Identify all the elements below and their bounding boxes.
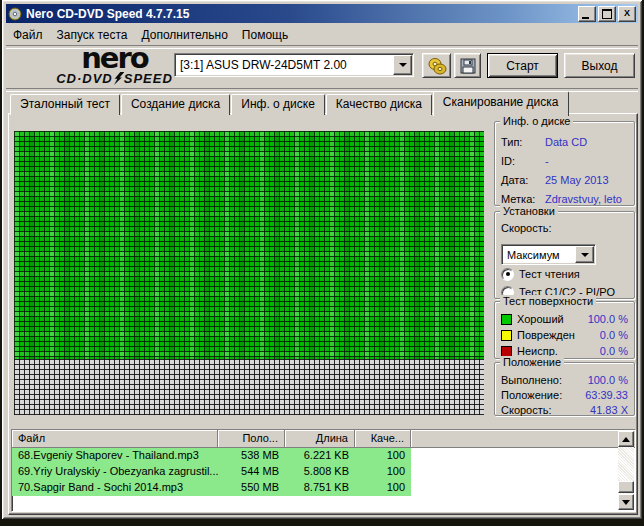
cell-file: 68.Evgeniy Shaporev - Thailand.mp3	[12, 448, 218, 464]
surface-good-row: Хороший 100.0 %	[501, 311, 628, 327]
settings-title: Установки	[500, 205, 558, 217]
nero-brand-text: nero	[32, 45, 197, 71]
settings-group: Установки Скорость: Максимум Тест чтения…	[494, 211, 635, 299]
speed-selector[interactable]: Максимум	[501, 244, 596, 265]
drive-selector-value: [3:1] ASUS DRW-24D5MT 2.00	[175, 58, 392, 72]
damaged-color-swatch	[501, 330, 512, 341]
menu-help[interactable]: Помощь	[235, 26, 295, 44]
screenshot-root: { "window": { "title": "Nero CD-DVD Spee…	[0, 0, 644, 526]
table-row[interactable]: 69.Yriy Uralyskiy - Obezyanka zagrustil.…	[12, 464, 635, 480]
speed-selector-value: Максимум	[502, 249, 574, 261]
good-value: 100.0 %	[588, 313, 628, 325]
unreadable-value: 0.0 %	[600, 345, 628, 357]
read-test-option[interactable]: Тест чтения	[501, 266, 628, 282]
disc-date-value: 25 May 2013	[545, 174, 609, 186]
disc-info-row-type: Тип: Data CD	[501, 132, 628, 151]
minimize-icon	[582, 17, 589, 19]
disc-info-title: Инф. о диске	[500, 115, 573, 127]
scrollbar-thumb[interactable]	[618, 481, 634, 493]
tab-scan-disc[interactable]: Сканирование диска	[433, 91, 569, 116]
position-value: 63:39.33	[585, 389, 628, 401]
menu-extra[interactable]: Дополнительно	[134, 26, 234, 44]
drive-selector-dropdown-button[interactable]	[393, 55, 412, 75]
scroll-up-button[interactable]	[618, 431, 634, 447]
speed-dropdown-button[interactable]	[575, 246, 594, 263]
cell-length: 5.808 KB	[285, 464, 355, 480]
disc-info-row-id: ID: -	[501, 151, 628, 170]
eject-button[interactable]	[422, 53, 451, 78]
save-icon	[460, 58, 476, 74]
position-title: Положение	[500, 356, 564, 368]
logo-cddvd-text: CD·DVD	[56, 71, 113, 86]
position-row: Положение: 63:39.33	[501, 387, 628, 402]
tab-benchmark[interactable]: Эталонный тест	[10, 94, 120, 115]
tab-disc-quality[interactable]: Качество диска	[326, 94, 432, 115]
position-label: Положение:	[501, 389, 562, 401]
column-header-filler	[411, 430, 635, 448]
read-test-label: Тест чтения	[519, 268, 580, 280]
column-header-quality[interactable]: Каче...	[355, 430, 411, 448]
window-title: Nero CD-DVD Speed 4.7.7.15	[26, 7, 576, 21]
file-table: Файл Поло... Длина Каче... 68.Evgeniy Sh…	[11, 429, 636, 512]
column-header-file[interactable]: Файл	[12, 430, 218, 448]
table-scrollbar[interactable]	[618, 431, 634, 510]
app-icon	[8, 7, 22, 21]
tab-create-disc[interactable]: Создание диска	[121, 94, 230, 115]
title-bar: Nero CD-DVD Speed 4.7.7.15 X	[6, 4, 638, 23]
exit-button-label: Выход	[582, 59, 618, 73]
close-icon: X	[624, 9, 630, 18]
radio-selected-icon[interactable]	[501, 268, 514, 281]
disc-type-value: Data CD	[545, 136, 587, 148]
save-button[interactable]	[454, 53, 481, 78]
disc-date-label: Дата:	[501, 174, 545, 186]
cell-position: 550 MB	[218, 480, 285, 496]
disc-type-label: Тип:	[501, 136, 545, 148]
column-header-position[interactable]: Поло...	[218, 430, 285, 448]
disc-label-label: Метка:	[501, 193, 545, 205]
cell-position: 544 MB	[218, 464, 285, 480]
speed-row-label: Скорость:	[501, 404, 552, 416]
scan-grid-good-area	[14, 131, 484, 359]
exit-button[interactable]: Выход	[564, 53, 635, 78]
logo-speed-text: SPEED	[124, 71, 173, 86]
disc-info-row-date: Дата: 25 May 2013	[501, 170, 628, 189]
column-header-length[interactable]: Длина	[285, 430, 355, 448]
damaged-label: Поврежден	[517, 329, 575, 341]
menu-file[interactable]: Файл	[6, 26, 50, 44]
minimize-button[interactable]	[578, 6, 596, 22]
tab-disc-info[interactable]: Инф. о диске	[231, 94, 325, 115]
file-table-header: Файл Поло... Длина Каче...	[12, 430, 635, 448]
table-row[interactable]: 70.Sapgir Band - Sochi 2014.mp3 550 MB 8…	[12, 480, 635, 496]
disc-id-value: -	[545, 155, 549, 167]
scroll-down-button[interactable]	[618, 494, 634, 510]
arrow-down-icon	[622, 500, 630, 505]
close-button[interactable]: X	[618, 6, 636, 22]
surface-scan-grid	[14, 131, 484, 415]
progress-row: Выполнено: 100.0 %	[501, 372, 628, 387]
unreadable-color-swatch	[501, 346, 512, 357]
surface-test-group: Тест поверхности Хороший 100.0 % Поврежд…	[494, 301, 635, 359]
nero-logo: nero CD·DVDSPEED	[32, 45, 197, 86]
scan-grid-untested-area	[14, 359, 484, 415]
drive-selector[interactable]: [3:1] ASUS DRW-24D5MT 2.00	[174, 53, 414, 77]
start-button-label: Старт	[506, 59, 539, 73]
position-group: Положение Выполнено: 100.0 % Положение: …	[494, 362, 635, 416]
disc-label-value: Zdravstvuy, leto	[545, 193, 622, 205]
surface-test-title: Тест поверхности	[500, 295, 596, 307]
cell-file: 69.Yriy Uralyskiy - Obezyanka zagrustil.…	[12, 464, 218, 480]
table-row[interactable]: 68.Evgeniy Shaporev - Thailand.mp3 538 M…	[12, 448, 635, 464]
surface-damaged-row: Поврежден 0.0 %	[501, 327, 628, 343]
start-button[interactable]: Старт	[487, 53, 558, 78]
disc-id-label: ID:	[501, 155, 545, 167]
cell-file: 70.Sapgir Band - Sochi 2014.mp3	[12, 480, 218, 496]
chevron-down-icon	[399, 63, 407, 67]
maximize-button[interactable]	[598, 6, 616, 22]
tab-strip: Эталонный тест Создание диска Инф. о дис…	[10, 94, 570, 115]
good-label: Хороший	[517, 313, 564, 325]
speed-row: Скорость: 41.83 X	[501, 402, 628, 417]
progress-label: Выполнено:	[501, 374, 562, 386]
cell-quality: 100	[355, 480, 411, 496]
chevron-down-icon	[581, 253, 589, 257]
radio-dot	[506, 272, 510, 276]
disc-eject-icon	[427, 57, 447, 75]
